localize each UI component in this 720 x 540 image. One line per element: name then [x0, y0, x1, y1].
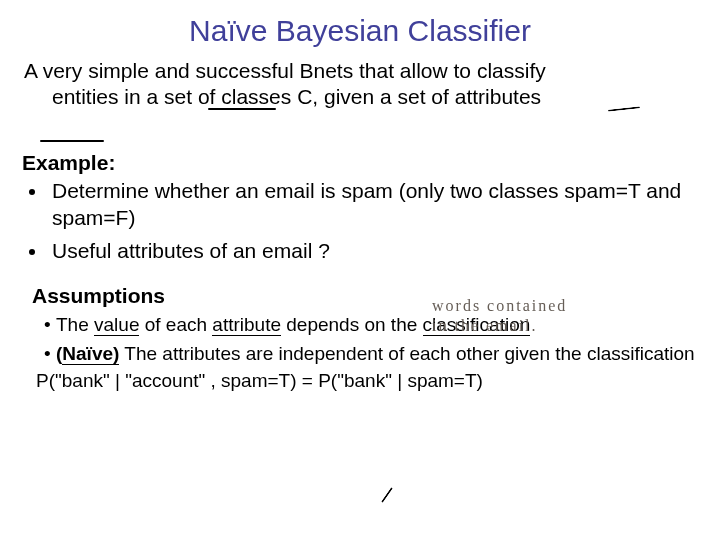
underline-mark [40, 140, 104, 142]
t: The [56, 314, 94, 335]
word-attributes: attributes [455, 85, 541, 108]
word-classes: classes [221, 85, 291, 108]
handwritten-note-2: in the email. [432, 317, 538, 335]
t2: C, given a set of [291, 85, 454, 108]
intro-line2: entities in a set of classes C, given a … [24, 84, 698, 110]
bullet-spam: Determine whether an email is spam (only… [48, 177, 698, 232]
stroke-mark [381, 487, 393, 503]
slide: Naïve Bayesian Classifier A very simple … [0, 0, 720, 540]
intro-line1: A very simple and successful Bnets that … [24, 59, 546, 82]
word-attribute: attribute [212, 314, 281, 336]
t: The attributes are independent of each o… [119, 343, 694, 364]
t: of each [139, 314, 212, 335]
example-bullets: Determine whether an email is spam (only… [22, 177, 698, 265]
underline-mark [208, 108, 276, 110]
assumption-1: The value of each attribute depends on t… [56, 312, 698, 338]
example-heading: Example: [22, 151, 698, 175]
assumptions-heading: Assumptions [32, 284, 698, 308]
probability-line: P("bank" | "account" , spam=T) = P("bank… [36, 370, 698, 392]
handwritten-note-1: words contained [432, 297, 567, 315]
assumption-2: (Naïve) The attributes are independent o… [56, 341, 698, 367]
word-value: value [94, 314, 139, 336]
t: entities in a set of [52, 85, 221, 108]
t: depends on the [281, 314, 423, 335]
intro-text: A very simple and successful Bnets that … [22, 58, 698, 111]
assumptions-list: The value of each attribute depends on t… [22, 312, 698, 366]
bullet-attributes: Useful attributes of an email ? [48, 237, 698, 264]
word-naive: Naïve) [62, 343, 119, 365]
slide-title: Naïve Bayesian Classifier [22, 14, 698, 48]
